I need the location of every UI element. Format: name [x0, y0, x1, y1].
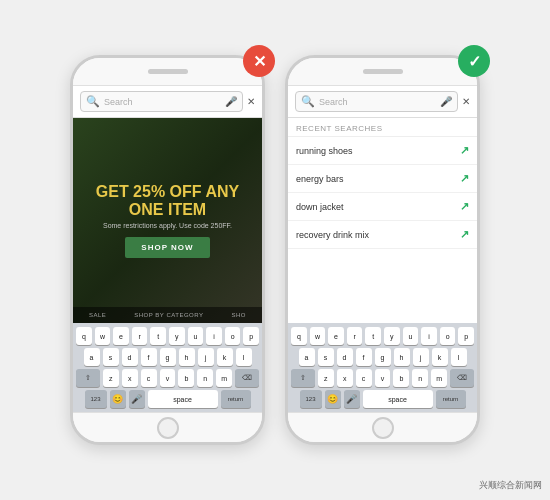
key-i[interactable]: i	[206, 327, 222, 345]
key-x-g[interactable]: x	[337, 369, 353, 387]
key-a-g[interactable]: a	[299, 348, 315, 366]
key-u-g[interactable]: u	[403, 327, 419, 345]
key-mic-bottom-g[interactable]: 🎤	[344, 390, 360, 408]
bad-phone-wrapper: ✕ 🔍 Search 🎤 ✕	[70, 55, 265, 445]
key-c[interactable]: c	[141, 369, 157, 387]
key-g[interactable]: g	[160, 348, 176, 366]
key-o-g[interactable]: o	[440, 327, 456, 345]
key-n-g[interactable]: n	[412, 369, 428, 387]
keyboard-good: q w e r t y u i o p a s d	[288, 323, 477, 412]
phone-bezel-top-bad	[73, 58, 262, 86]
key-k[interactable]: k	[217, 348, 233, 366]
phone-content-good: 🔍 Search 🎤 ✕ RECENT SEARCHES running sho…	[288, 86, 477, 412]
key-b-g[interactable]: b	[393, 369, 409, 387]
key-shift-g[interactable]: ⇧	[291, 369, 315, 387]
key-t[interactable]: t	[150, 327, 166, 345]
key-r-g[interactable]: r	[347, 327, 363, 345]
good-badge: ✓	[458, 45, 490, 77]
key-z-g[interactable]: z	[318, 369, 334, 387]
key-i-g[interactable]: i	[421, 327, 437, 345]
key-h[interactable]: h	[179, 348, 195, 366]
close-icon-good[interactable]: ✕	[462, 96, 470, 107]
key-m[interactable]: m	[216, 369, 232, 387]
home-button-good[interactable]	[372, 417, 394, 439]
search-item-1[interactable]: running shoes ↗	[288, 137, 477, 165]
bottom-item-2: SHOP BY CATEGORY	[134, 312, 203, 318]
search-magnifier-icon-good: 🔍	[301, 95, 315, 108]
home-button-bad[interactable]	[157, 417, 179, 439]
key-q[interactable]: q	[76, 327, 92, 345]
key-b[interactable]: b	[178, 369, 194, 387]
shop-now-button[interactable]: SHOP NOW	[125, 237, 209, 258]
search-item-4[interactable]: recovery drink mix ↗	[288, 221, 477, 249]
key-p-g[interactable]: p	[458, 327, 474, 345]
key-l-g[interactable]: l	[451, 348, 467, 366]
key-j[interactable]: j	[198, 348, 214, 366]
main-container: ✕ 🔍 Search 🎤 ✕	[54, 39, 496, 461]
good-phone: 🔍 Search 🎤 ✕ RECENT SEARCHES running sho…	[285, 55, 480, 445]
key-s-g[interactable]: s	[318, 348, 334, 366]
key-emoji-g[interactable]: 😊	[325, 390, 341, 408]
key-v-g[interactable]: v	[375, 369, 391, 387]
key-delete-g[interactable]: ⌫	[450, 369, 474, 387]
key-d-g[interactable]: d	[337, 348, 353, 366]
key-mic-bottom[interactable]: 🎤	[129, 390, 145, 408]
close-icon-bad[interactable]: ✕	[247, 96, 255, 107]
key-y[interactable]: y	[169, 327, 185, 345]
kb-row3-bad: ⇧ z x c v b n m ⌫	[76, 369, 259, 387]
key-e-g[interactable]: e	[328, 327, 344, 345]
key-r[interactable]: r	[132, 327, 148, 345]
key-f-g[interactable]: f	[356, 348, 372, 366]
search-input-good[interactable]: 🔍 Search 🎤	[295, 91, 458, 112]
search-item-text-2: energy bars	[296, 174, 344, 184]
key-n[interactable]: n	[197, 369, 213, 387]
search-placeholder-bad: Search	[104, 97, 133, 107]
key-emoji[interactable]: 😊	[110, 390, 126, 408]
key-m-g[interactable]: m	[431, 369, 447, 387]
kb-row-bottom-bad: 123 😊 🎤 space return	[76, 390, 259, 408]
key-space-g[interactable]: space	[363, 390, 433, 408]
search-item-text-3: down jacket	[296, 202, 344, 212]
key-z[interactable]: z	[103, 369, 119, 387]
key-f[interactable]: f	[141, 348, 157, 366]
search-input-bad[interactable]: 🔍 Search 🎤	[80, 91, 243, 112]
key-o[interactable]: o	[225, 327, 241, 345]
kb-row2-bad: a s d f g h j k l	[76, 348, 259, 366]
recent-searches-panel: RECENT SEARCHES running shoes ↗ energy b…	[288, 118, 477, 323]
key-t-g[interactable]: t	[365, 327, 381, 345]
key-123[interactable]: 123	[85, 390, 107, 408]
key-w-g[interactable]: w	[310, 327, 326, 345]
key-space[interactable]: space	[148, 390, 218, 408]
key-w[interactable]: w	[95, 327, 111, 345]
key-123-g[interactable]: 123	[300, 390, 322, 408]
key-return-g[interactable]: return	[436, 390, 466, 408]
watermark: 兴顺综合新闻网	[479, 479, 542, 492]
key-shift[interactable]: ⇧	[76, 369, 100, 387]
search-item-2[interactable]: energy bars ↗	[288, 165, 477, 193]
key-h-g[interactable]: h	[394, 348, 410, 366]
key-v[interactable]: v	[160, 369, 176, 387]
key-u[interactable]: u	[188, 327, 204, 345]
key-a[interactable]: a	[84, 348, 100, 366]
search-arrow-2: ↗	[460, 172, 469, 185]
key-e[interactable]: e	[113, 327, 129, 345]
mic-icon-bad: 🎤	[225, 96, 237, 107]
key-c-g[interactable]: c	[356, 369, 372, 387]
key-d[interactable]: d	[122, 348, 138, 366]
key-delete[interactable]: ⌫	[235, 369, 259, 387]
key-g-g[interactable]: g	[375, 348, 391, 366]
kb-row1-good: q w e r t y u i o p	[291, 327, 474, 345]
phone-bezel-bottom-bad	[73, 412, 262, 442]
key-return[interactable]: return	[221, 390, 251, 408]
key-j-g[interactable]: j	[413, 348, 429, 366]
key-q-g[interactable]: q	[291, 327, 307, 345]
key-k-g[interactable]: k	[432, 348, 448, 366]
search-arrow-3: ↗	[460, 200, 469, 213]
key-x[interactable]: x	[122, 369, 138, 387]
key-p[interactable]: p	[243, 327, 259, 345]
search-item-3[interactable]: down jacket ↗	[288, 193, 477, 221]
app-bottom-bar: SALE SHOP BY CATEGORY SHO	[73, 307, 262, 323]
key-s[interactable]: s	[103, 348, 119, 366]
key-y-g[interactable]: y	[384, 327, 400, 345]
key-l[interactable]: l	[236, 348, 252, 366]
